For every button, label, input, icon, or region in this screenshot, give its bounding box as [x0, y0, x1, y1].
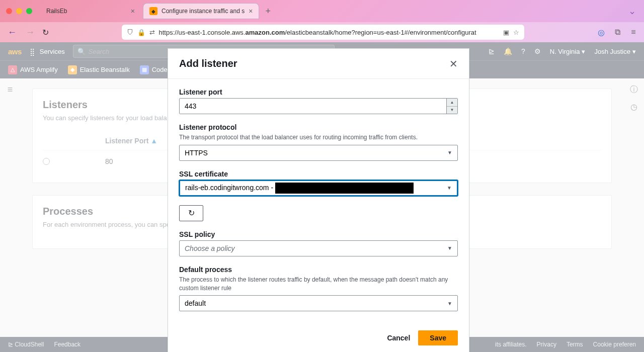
listener-protocol-help: The transport protocol that the load bal… [179, 133, 458, 142]
default-process-select[interactable]: default ▼ [179, 295, 458, 311]
field-ssl-certificate: SSL certificate rails-eb.codingitwrong.c… [179, 170, 458, 196]
close-icon[interactable]: × [131, 7, 135, 15]
modal-body: Listener port ▲ ▼ Listener protocol The … [168, 79, 469, 324]
back-button[interactable]: ← [6, 27, 18, 38]
lock-icon: 🔒 [137, 29, 145, 36]
select-value: rails-eb.codingitwrong.com - [185, 183, 414, 194]
reload-button[interactable]: ↻ [42, 28, 49, 37]
field-listener-port: Listener port ▲ ▼ [179, 88, 458, 114]
cancel-button[interactable]: Cancel [387, 334, 410, 342]
field-ssl-policy: SSL policy Choose a policy ▼ [179, 230, 458, 256]
chevron-down-icon: ▼ [447, 301, 452, 306]
browser-toolbar-right: ◎ ⧉ ≡ [597, 28, 638, 37]
address-bar-row: ← → ↻ ⛉ 🔒 ⇄ https://us-east-1.console.aw… [0, 22, 644, 42]
add-listener-modal: Add listener ✕ Listener port ▲ ▼ Listene… [168, 48, 469, 352]
modal-title: Add listener [179, 58, 237, 69]
ssl-certificate-label: SSL certificate [179, 170, 458, 178]
port-input[interactable] [180, 99, 446, 114]
shield-icon[interactable]: ⛉ [127, 29, 133, 36]
field-default-process: Default process The process to which the… [179, 266, 458, 312]
listener-port-label: Listener port [179, 88, 458, 96]
select-value: HTTPS [185, 149, 208, 157]
chevron-down-icon: ▼ [447, 150, 452, 155]
close-icon[interactable]: × [249, 7, 253, 15]
permissions-icon[interactable]: ⇄ [149, 29, 155, 36]
chevron-down-icon: ▼ [447, 245, 452, 251]
tab-strip: RailsEb × ◆ Configure instance traffic a… [40, 3, 271, 19]
tab-title: Configure instance traffic and s [162, 8, 245, 15]
aws-favicon-icon: ◆ [149, 7, 157, 15]
number-spinner: ▲ ▼ [446, 99, 457, 114]
refresh-icon: ↻ [188, 208, 195, 218]
browser-tab-configure[interactable]: ◆ Configure instance traffic and s × [143, 3, 259, 19]
spinner-up-icon[interactable]: ▲ [447, 99, 457, 107]
modal-footer: Cancel Save [168, 324, 469, 352]
spinner-down-icon[interactable]: ▼ [447, 107, 457, 114]
ssl-policy-label: SSL policy [179, 230, 458, 238]
browser-tab-railseb[interactable]: RailsEb × [40, 3, 141, 19]
select-placeholder: Choose a policy [185, 244, 235, 252]
select-value: default [185, 299, 206, 307]
modal-header: Add listener ✕ [168, 49, 469, 79]
bookmark-icon[interactable]: ☆ [513, 29, 519, 36]
redacted-text [275, 183, 414, 194]
window-minimize[interactable] [16, 8, 22, 14]
field-refresh: ↻ [179, 205, 458, 221]
url-text: https://us-east-1.console.aws.amazon.com… [159, 29, 499, 36]
browser-titlebar: RailsEb × ◆ Configure instance traffic a… [0, 0, 644, 22]
listener-port-input[interactable]: ▲ ▼ [179, 98, 458, 114]
window-maximize[interactable] [26, 8, 32, 14]
reader-icon[interactable]: ▣ [503, 29, 509, 36]
chevron-down-icon[interactable]: ⌄ [626, 6, 638, 17]
extensions-icon[interactable]: ⧉ [613, 28, 622, 37]
window-controls [6, 8, 32, 14]
default-process-label: Default process [179, 266, 458, 274]
listener-protocol-label: Listener protocol [179, 123, 458, 131]
ssl-policy-select[interactable]: Choose a policy ▼ [179, 240, 458, 256]
password-icon[interactable]: ◎ [597, 28, 606, 37]
listener-protocol-select[interactable]: HTTPS ▼ [179, 145, 458, 161]
tab-title: RailsEb [46, 8, 67, 15]
field-listener-protocol: Listener protocol The transport protocol… [179, 123, 458, 161]
refresh-button[interactable]: ↻ [179, 205, 203, 221]
window-close[interactable] [6, 8, 12, 14]
new-tab-button[interactable]: + [265, 6, 271, 17]
save-button[interactable]: Save [418, 330, 458, 345]
close-button[interactable]: ✕ [449, 59, 458, 69]
ssl-certificate-select[interactable]: rails-eb.codingitwrong.com - ▼ [179, 180, 458, 196]
default-process-help: The process to which the listener routes… [179, 276, 458, 293]
forward-button[interactable]: → [24, 27, 36, 38]
address-bar[interactable]: ⛉ 🔒 ⇄ https://us-east-1.console.aws.amaz… [122, 25, 524, 40]
chevron-down-icon: ▼ [447, 185, 452, 191]
menu-icon[interactable]: ≡ [629, 28, 638, 37]
